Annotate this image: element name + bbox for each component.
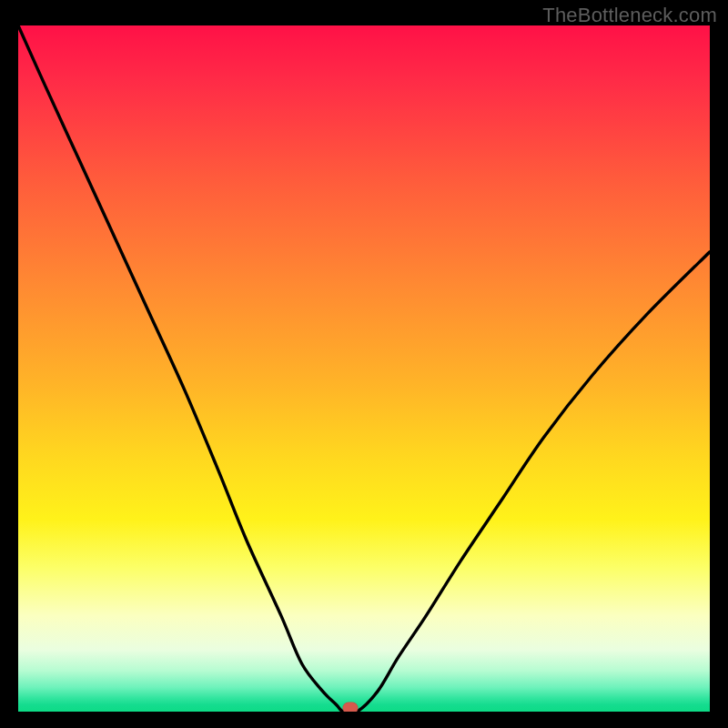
curve-path (18, 25, 710, 712)
optimal-point-marker (342, 703, 358, 713)
bottleneck-curve (18, 25, 710, 712)
watermark-text: TheBottleneck.com (542, 4, 717, 27)
chart-frame: TheBottleneck.com (0, 0, 728, 728)
plot-area (18, 25, 710, 712)
